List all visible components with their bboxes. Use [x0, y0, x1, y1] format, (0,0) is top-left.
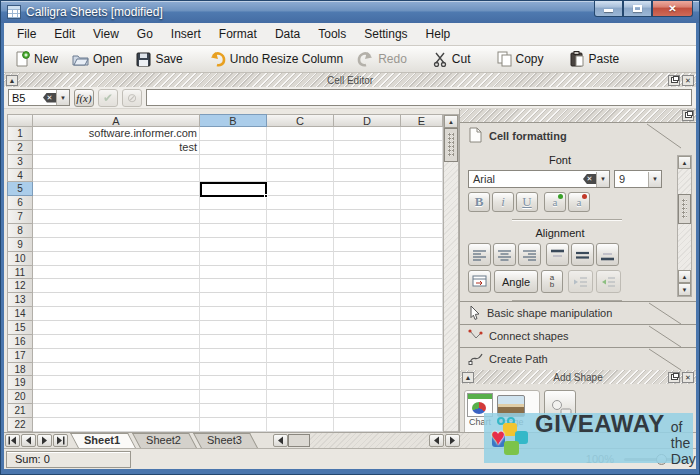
cell-editor-float-button[interactable] — [668, 75, 680, 86]
cell-E21[interactable] — [401, 404, 443, 418]
cell-D12[interactable] — [334, 279, 401, 293]
font-family-combo[interactable]: Arial ✕ ▼ — [468, 170, 610, 188]
cell-B21[interactable] — [200, 404, 267, 418]
cell-C12[interactable] — [267, 279, 334, 293]
apply-button[interactable]: ✔ — [98, 89, 118, 107]
cell-C19[interactable] — [267, 376, 334, 390]
menu-view[interactable]: View — [84, 24, 128, 44]
cell-B8[interactable] — [200, 224, 267, 238]
cell-C8[interactable] — [267, 224, 334, 238]
column-header-A[interactable]: A — [33, 114, 200, 127]
section-basic-shape-manipulation[interactable]: Basic shape manipulation — [460, 301, 696, 324]
cell-D8[interactable] — [334, 224, 401, 238]
cell-E6[interactable] — [401, 196, 443, 210]
cell-C6[interactable] — [267, 196, 334, 210]
formula-input[interactable] — [146, 89, 692, 106]
cell-E3[interactable] — [401, 155, 443, 169]
cell-C16[interactable] — [267, 335, 334, 349]
cell-B6[interactable] — [200, 196, 267, 210]
vertical-scrollbar[interactable]: ▲ — [443, 114, 459, 432]
cell-editor-collapse-button[interactable]: ▲ — [6, 75, 18, 86]
menu-edit[interactable]: Edit — [45, 24, 84, 44]
cell-A6[interactable] — [33, 196, 200, 210]
cell-E22[interactable] — [401, 418, 443, 432]
menu-format[interactable]: Format — [210, 24, 266, 44]
first-sheet-button[interactable] — [5, 434, 20, 447]
cut-button[interactable]: Cut — [427, 50, 477, 69]
cell-A14[interactable] — [33, 307, 200, 321]
menu-go[interactable]: Go — [128, 24, 162, 44]
cell-D11[interactable] — [334, 266, 401, 280]
row-header-1[interactable]: 1 — [7, 127, 33, 141]
cell-E7[interactable] — [401, 210, 443, 224]
row-header-21[interactable]: 21 — [7, 404, 33, 418]
paste-button[interactable]: Paste — [564, 49, 626, 69]
undo-button[interactable]: Undo Resize Column — [203, 50, 349, 69]
cell-E1[interactable] — [401, 127, 443, 141]
sheet-tab-sheet2[interactable]: Sheet2 — [136, 433, 197, 448]
cell-C13[interactable] — [267, 293, 334, 307]
chevron-down-icon[interactable]: ▼ — [648, 172, 661, 187]
cell-C15[interactable] — [267, 321, 334, 335]
cell-A8[interactable] — [33, 224, 200, 238]
cell-A12[interactable] — [33, 279, 200, 293]
section-create-path[interactable]: Create Path — [460, 347, 696, 370]
row-header-10[interactable]: 10 — [7, 252, 33, 266]
cell-B14[interactable] — [200, 307, 267, 321]
row-header-2[interactable]: 2 — [7, 141, 33, 155]
cell-B20[interactable] — [200, 390, 267, 404]
scroll-left-icon[interactable] — [273, 434, 288, 447]
font-size-combo[interactable]: 9 ▼ — [614, 170, 662, 188]
column-header-E[interactable]: E — [401, 114, 443, 127]
cell-C17[interactable] — [267, 349, 334, 363]
shrink-font-button[interactable]: a — [568, 192, 590, 212]
cell-C1[interactable] — [267, 127, 334, 141]
cell-D13[interactable] — [334, 293, 401, 307]
cell-B15[interactable] — [200, 321, 267, 335]
cell-B7[interactable] — [200, 210, 267, 224]
cell-A19[interactable] — [33, 376, 200, 390]
row-header-17[interactable]: 17 — [7, 349, 33, 363]
cell-E14[interactable] — [401, 307, 443, 321]
menu-settings[interactable]: Settings — [355, 24, 416, 44]
panel-scrollbar-thumb[interactable] — [678, 194, 691, 224]
chevron-down-icon[interactable]: ▼ — [56, 90, 69, 105]
scroll-down-icon[interactable]: ▼ — [678, 283, 691, 296]
cell-A11[interactable] — [33, 266, 200, 280]
cell-E8[interactable] — [401, 224, 443, 238]
row-header-22[interactable]: 22 — [7, 418, 33, 432]
cell-B2[interactable] — [200, 141, 267, 155]
row-header-14[interactable]: 14 — [7, 307, 33, 321]
angle-button[interactable]: Angle — [494, 270, 538, 293]
align-bottom-button[interactable] — [596, 243, 619, 266]
panel-scrollbar[interactable]: ▲ ▲ ▼ — [677, 155, 692, 297]
row-header-15[interactable]: 15 — [7, 321, 33, 335]
redo-button[interactable]: Redo — [351, 50, 413, 69]
cell-E4[interactable] — [401, 169, 443, 183]
cell-E2[interactable] — [401, 141, 443, 155]
cell-A2[interactable]: test — [33, 141, 200, 155]
cell-D15[interactable] — [334, 321, 401, 335]
horizontal-scrollbar-thumb[interactable] — [288, 434, 310, 447]
cell-B13[interactable] — [200, 293, 267, 307]
cell-B3[interactable] — [200, 155, 267, 169]
cell-A3[interactable] — [33, 155, 200, 169]
row-header-3[interactable]: 3 — [7, 155, 33, 169]
cell-D2[interactable] — [334, 141, 401, 155]
align-middle-button[interactable] — [571, 243, 594, 266]
cell-A9[interactable] — [33, 238, 200, 252]
row-header-13[interactable]: 13 — [7, 293, 33, 307]
cell-B9[interactable] — [200, 238, 267, 252]
cell-B1[interactable] — [200, 127, 267, 141]
decrease-indent-button[interactable] — [568, 270, 593, 293]
copy-button[interactable]: Copy — [491, 49, 550, 69]
cell-A16[interactable] — [33, 335, 200, 349]
cell-E12[interactable] — [401, 279, 443, 293]
cell-B22[interactable] — [200, 418, 267, 432]
vertical-scrollbar-thumb[interactable] — [444, 128, 458, 162]
cell-E16[interactable] — [401, 335, 443, 349]
cell-B11[interactable] — [200, 266, 267, 280]
sheet-tab-sheet3[interactable]: Sheet3 — [197, 433, 258, 448]
menu-data[interactable]: Data — [266, 24, 309, 44]
cell-A5[interactable] — [33, 182, 200, 196]
